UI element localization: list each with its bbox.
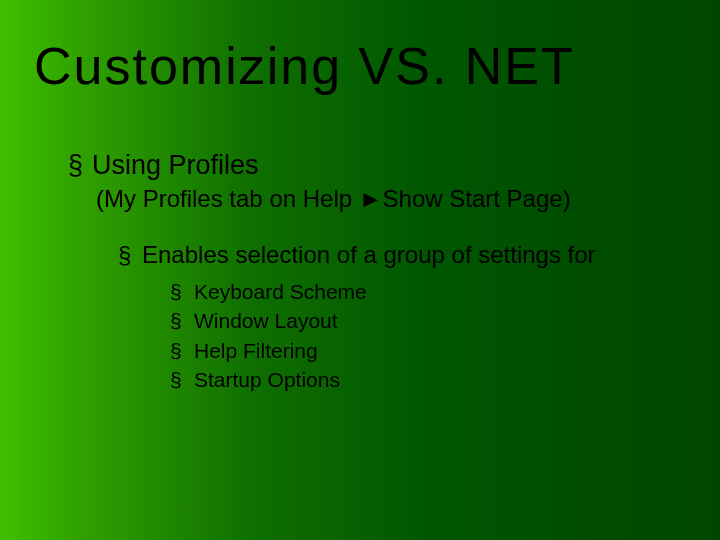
level3-text: Startup Options — [194, 368, 340, 391]
level3-text: Window Layout — [194, 309, 338, 332]
bullet-level3: §Keyboard Scheme — [170, 279, 680, 305]
section-icon: § — [68, 150, 92, 181]
section-icon: § — [170, 279, 194, 305]
bullet-level2: §Enables selection of a group of setting… — [118, 241, 680, 269]
level1-text: Using Profiles — [92, 150, 259, 180]
section-icon: § — [118, 241, 142, 269]
level2-text: Enables selection of a group of settings… — [142, 241, 596, 268]
section-icon: § — [170, 367, 194, 393]
bullet-level3: §Startup Options — [170, 367, 680, 393]
slide-content: §Using Profiles (My Profiles tab on Help… — [68, 150, 680, 396]
bullet-level1: §Using Profiles — [68, 150, 680, 181]
section-icon: § — [170, 338, 194, 364]
level3-text: Help Filtering — [194, 339, 318, 362]
slide: Customizing VS. NET §Using Profiles (My … — [0, 0, 720, 540]
bullet-level3: §Help Filtering — [170, 338, 680, 364]
section-icon: § — [170, 308, 194, 334]
bullet-level3: §Window Layout — [170, 308, 680, 334]
level3-text: Keyboard Scheme — [194, 280, 367, 303]
slide-title: Customizing VS. NET — [34, 36, 575, 96]
level1-subnote: (My Profiles tab on Help ►Show Start Pag… — [96, 185, 680, 213]
